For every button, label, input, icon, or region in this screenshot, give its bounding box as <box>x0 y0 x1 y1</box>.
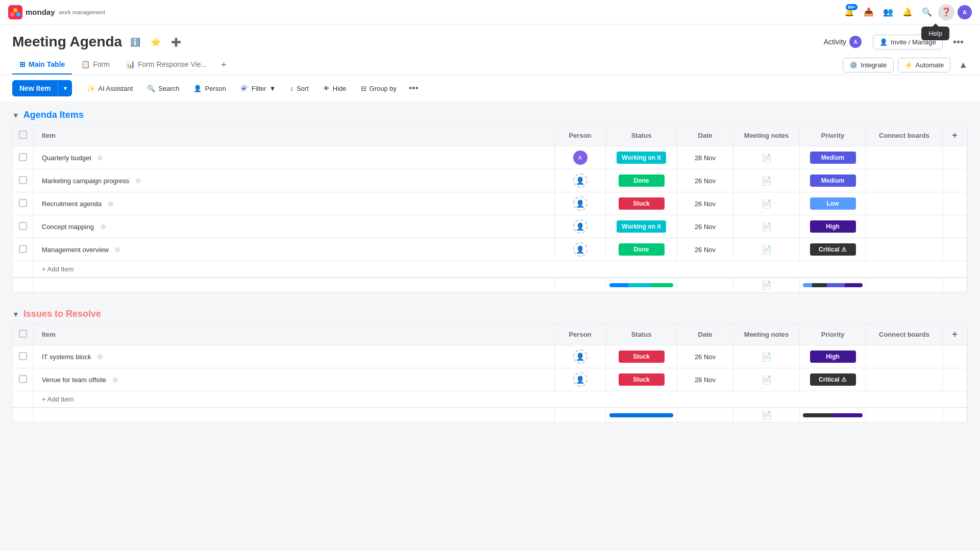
hide-button[interactable]: 👁 Hide <box>317 81 353 96</box>
priority-badge[interactable]: Medium <box>810 174 856 187</box>
add-person-inline-button[interactable]: ⊕ <box>114 245 120 254</box>
issues-select-all-checkbox[interactable] <box>19 330 27 338</box>
person-avatar[interactable]: A <box>573 151 587 165</box>
connect-boards-cell <box>866 215 943 238</box>
meeting-notes-icon[interactable]: 📄 <box>762 199 772 208</box>
row-checkbox[interactable] <box>19 375 27 383</box>
row-checkbox[interactable] <box>19 245 27 253</box>
status-badge[interactable]: Done <box>619 243 665 256</box>
person-empty[interactable]: 👤 <box>573 173 587 188</box>
info-button[interactable]: ℹ️ <box>127 34 143 50</box>
meeting-notes-icon[interactable]: 📄 <box>762 154 772 162</box>
item-name: Quarterly budget <box>42 154 91 162</box>
issues-add-column-button[interactable]: + <box>950 327 960 341</box>
person-empty[interactable]: 👤 <box>573 219 587 234</box>
activity-button[interactable]: Activity A <box>819 33 867 51</box>
search-button[interactable]: 🔍 <box>919 4 935 20</box>
notification-button[interactable]: 🔔 99+ <box>841 4 857 20</box>
add-to-workspace-button[interactable]: ➕ <box>168 34 184 50</box>
add-person-inline-button[interactable]: ⊕ <box>108 199 114 208</box>
group-agenda-collapse-button[interactable]: ▼ <box>12 111 19 119</box>
add-person-inline-button[interactable]: ⊕ <box>135 177 141 185</box>
row-checkbox[interactable] <box>19 176 27 184</box>
invite-users-button[interactable]: 👥 <box>880 4 896 20</box>
date-cell[interactable]: 28 Nov <box>677 368 733 391</box>
favorite-button[interactable]: ⭐ <box>148 34 164 50</box>
table-icon: ⊞ <box>19 60 26 68</box>
person-empty[interactable]: 👤 <box>573 372 587 387</box>
person-empty[interactable]: 👤 <box>573 242 587 257</box>
date-cell[interactable]: 26 Nov <box>677 345 733 368</box>
collapse-button[interactable]: ▲ <box>954 58 972 72</box>
new-item-label: New Item <box>12 80 58 96</box>
status-badge[interactable]: Done <box>619 174 665 187</box>
add-item-label[interactable]: + Add Item <box>34 261 967 278</box>
tab-form[interactable]: 📋 Form <box>74 55 117 74</box>
meeting-notes-icon[interactable]: 📄 <box>762 177 772 185</box>
integrate-button[interactable]: ⚙️ Integrate <box>843 58 893 72</box>
priority-badge[interactable]: Low <box>810 197 856 210</box>
priority-badge[interactable]: Critical ⚠ <box>810 373 856 386</box>
help-button[interactable]: ❓ <box>938 4 954 20</box>
status-badge[interactable]: Stuck <box>619 197 665 210</box>
sort-button[interactable]: ↕ Sort <box>284 81 314 96</box>
logo-subtitle: work management <box>59 9 106 15</box>
person-icon: 👤 <box>193 85 202 92</box>
meeting-notes-icon[interactable]: 📄 <box>762 245 772 254</box>
group-agenda-header: ▼ Agenda Items <box>12 110 968 120</box>
add-tab-button[interactable]: + <box>216 56 232 74</box>
group-by-button[interactable]: ⊟ Group by <box>355 81 403 96</box>
date-cell[interactable]: 26 Nov <box>677 215 733 238</box>
automate-button[interactable]: ⚡ Automate <box>898 58 951 72</box>
date-cell[interactable]: 26 Nov <box>677 238 733 261</box>
add-column-button[interactable]: + <box>950 128 960 142</box>
new-item-button[interactable]: New Item ▼ <box>12 80 72 96</box>
add-person-inline-button[interactable]: ⊕ <box>97 353 103 361</box>
status-badge[interactable]: Working on it <box>617 220 666 233</box>
connect-boards-cell <box>866 192 943 215</box>
row-checkbox[interactable] <box>19 199 27 207</box>
filter-button[interactable]: ⚗️ Filter ▼ <box>234 81 282 96</box>
status-badge[interactable]: Stuck <box>619 350 665 363</box>
add-person-inline-button[interactable]: ⊕ <box>97 154 103 162</box>
row-checkbox[interactable] <box>19 153 27 161</box>
add-item-label[interactable]: + Add Item <box>34 391 967 408</box>
meeting-notes-icon[interactable]: 📄 <box>762 375 772 384</box>
row-checkbox[interactable] <box>19 352 27 360</box>
tab-form-response[interactable]: 📊 Form Response Vie... <box>119 55 214 74</box>
tab-main-table[interactable]: ⊞ Main Table <box>12 55 72 74</box>
person-filter-button[interactable]: 👤 Person <box>187 81 232 96</box>
updates-button[interactable]: 🔔 <box>899 4 916 20</box>
new-item-dropdown-arrow[interactable]: ▼ <box>58 81 72 95</box>
inbox-button[interactable]: 📥 <box>861 4 877 20</box>
priority-badge[interactable]: High <box>810 220 856 233</box>
group-issues-collapse-button[interactable]: ▼ <box>12 310 19 318</box>
status-badge[interactable]: Stuck <box>619 373 665 386</box>
status-badge[interactable]: Working on it <box>617 152 666 164</box>
user-avatar[interactable]: A <box>958 5 972 19</box>
ai-assistant-button[interactable]: ✨ AI Assistant <box>81 81 139 96</box>
person-empty[interactable]: 👤 <box>573 349 587 364</box>
group-agenda-items: ▼ Agenda Items Item Person Status Date M… <box>12 110 968 292</box>
date-cell[interactable]: 26 Nov <box>677 169 733 192</box>
meeting-notes-icon[interactable]: 📄 <box>762 353 772 361</box>
person-empty[interactable]: 👤 <box>573 196 587 211</box>
search-toolbar-button[interactable]: 🔍 Search <box>141 81 185 96</box>
more-toolbar-button[interactable]: ••• <box>405 81 423 96</box>
date-cell[interactable]: 26 Nov <box>677 192 733 215</box>
add-person-inline-button[interactable]: ⊕ <box>112 375 118 384</box>
priority-badge[interactable]: Medium <box>810 152 856 164</box>
more-options-button[interactable]: ••• <box>949 34 968 50</box>
date-cell[interactable]: 28 Nov <box>677 146 733 169</box>
table-row: Recruitment agenda ⊕👤Stuck26 Nov📄Low <box>13 192 967 215</box>
add-person-inline-button[interactable]: ⊕ <box>100 222 106 231</box>
priority-badge[interactable]: High <box>810 350 856 363</box>
integrate-icon: ⚙️ <box>849 61 857 69</box>
select-all-checkbox[interactable] <box>19 131 27 139</box>
row-checkbox[interactable] <box>19 222 27 230</box>
add-item-row[interactable]: + Add Item <box>13 391 967 408</box>
add-item-row[interactable]: + Add Item <box>13 261 967 278</box>
priority-badge[interactable]: Critical ⚠ <box>810 243 856 256</box>
group-issues-header: ▼ Issues to Resolve <box>12 309 968 319</box>
meeting-notes-icon[interactable]: 📄 <box>762 222 772 231</box>
